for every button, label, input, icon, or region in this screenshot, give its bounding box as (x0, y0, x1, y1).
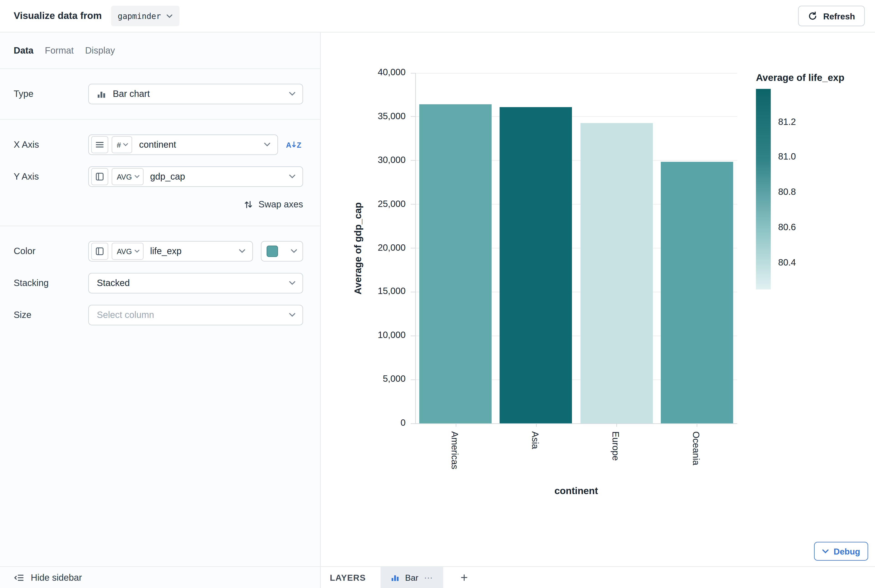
add-layer-button[interactable]: + (460, 571, 468, 584)
x-axis-title: continent (415, 486, 737, 497)
x-axis-column-value: continent (139, 140, 264, 150)
bar-chart-icon (97, 90, 106, 99)
y-tick-mark (411, 379, 415, 380)
chevron-down-icon (291, 249, 297, 254)
chevron-down-icon (289, 281, 296, 286)
bar-chart: 05,00010,00015,00020,00025,00030,00035,0… (321, 33, 875, 567)
svg-text:A: A (286, 141, 291, 149)
y-axis-row: Y Axis AVG gdp_cap (13, 166, 303, 187)
y-tick-label: 10,000 (326, 330, 406, 340)
y-axis-agg-dropdown[interactable]: AVG (112, 168, 143, 185)
layers-bar: LAYERS Bar ⋯ + (321, 567, 875, 588)
refresh-label: Refresh (823, 11, 855, 21)
list-icon (91, 136, 108, 153)
y-tick-mark (411, 204, 415, 205)
color-select[interactable]: AVG life_exp (88, 241, 253, 262)
chevron-down-icon (239, 249, 246, 254)
style-section: Color AVG life_exp (0, 226, 320, 340)
x-axis-row: X Axis # continent (13, 135, 303, 155)
sidebar-collapse-icon (13, 573, 24, 581)
swap-axes-row: Swap axes (13, 198, 303, 211)
x-tick-mark (616, 423, 617, 427)
chevron-down-icon (822, 549, 829, 554)
y-axis-label: Y Axis (13, 172, 88, 182)
axes-section: X Axis # continent (0, 120, 320, 226)
page-title: Visualize data from (13, 10, 102, 22)
legend-tick-label: 81.0 (778, 152, 796, 162)
debug-button[interactable]: Debug (814, 542, 868, 561)
y-tick-label: 0 (326, 418, 406, 428)
x-tick-label: Europe (610, 431, 620, 461)
stacking-select[interactable]: Stacked (88, 273, 303, 294)
more-options-icon[interactable]: ⋯ (424, 572, 433, 582)
tab-bar-layer[interactable]: Bar ⋯ (381, 567, 443, 588)
bar-layer-label: Bar (405, 573, 418, 582)
swap-arrows-icon (244, 200, 253, 209)
color-agg-dropdown[interactable]: AVG (112, 243, 143, 260)
legend-tick-label: 81.2 (778, 117, 796, 127)
app-window: Visualize data from gapminder Refresh Da… (0, 0, 875, 588)
hide-sidebar-button[interactable]: Hide sidebar (0, 567, 321, 588)
y-tick-mark (411, 336, 415, 336)
size-row: Size Select column (13, 305, 303, 326)
bottom-bar: Hide sidebar LAYERS Bar ⋯ + (0, 566, 875, 588)
y-tick-label: 25,000 (326, 199, 406, 209)
y-tick-label: 40,000 (326, 67, 406, 78)
refresh-button[interactable]: Refresh (798, 6, 865, 26)
bar-europe[interactable] (580, 123, 653, 423)
y-axis-select[interactable]: AVG gdp_cap (88, 166, 303, 187)
y-axis-line (415, 73, 416, 423)
y-tick-mark (411, 292, 415, 292)
color-swatch-picker[interactable] (261, 241, 303, 262)
swap-axes-button[interactable]: Swap axes (244, 198, 303, 211)
x-axis-select[interactable]: # continent (88, 135, 278, 155)
x-axis-label: X Axis (13, 140, 88, 150)
chevron-down-icon (264, 142, 271, 147)
legend-tick-label: 80.6 (778, 222, 796, 232)
x-tick-label: Oceania (691, 431, 701, 465)
bar-americas[interactable] (419, 104, 492, 423)
bar-asia[interactable] (500, 107, 572, 423)
y-tick-label: 30,000 (326, 155, 406, 165)
y-tick-mark (411, 117, 415, 117)
legend-tick-label: 80.8 (778, 187, 796, 197)
type-section: Type Bar chart (0, 69, 320, 120)
data-source-selector[interactable]: gapminder (111, 6, 179, 26)
color-label: Color (13, 246, 88, 256)
tab-format[interactable]: Format (45, 45, 74, 56)
type-label: Type (13, 89, 88, 99)
color-swatch (267, 246, 278, 257)
x-tick-mark (455, 423, 456, 427)
debug-label: Debug (833, 546, 860, 556)
chart-area: 05,00010,00015,00020,00025,00030,00035,0… (321, 33, 875, 567)
data-source-name: gapminder (118, 11, 161, 21)
tab-display[interactable]: Display (85, 45, 115, 56)
x-tick-label: Americas (449, 431, 460, 470)
layers-label: LAYERS (330, 573, 366, 582)
x-tick-label: Asia (530, 431, 540, 449)
stacking-value: Stacked (97, 278, 289, 288)
color-column-value: life_exp (150, 246, 239, 256)
column-field-icon (91, 243, 108, 260)
x-axis-type-value: # (117, 140, 121, 149)
color-agg-value: AVG (117, 247, 132, 256)
legend-title: Average of life_exp (756, 72, 845, 84)
type-row: Type Bar chart (13, 84, 303, 104)
gridline (415, 73, 737, 74)
stacking-label: Stacking (13, 278, 88, 288)
sort-az-icon: AZ (286, 140, 303, 150)
chevron-down-icon (166, 14, 172, 18)
x-tick-mark (536, 423, 536, 427)
y-tick-mark (411, 423, 415, 424)
y-tick-mark (411, 73, 415, 74)
svg-text:Z: Z (297, 141, 301, 149)
bar-oceania[interactable] (661, 162, 733, 423)
tab-data[interactable]: Data (13, 45, 33, 56)
y-tick-label: 15,000 (326, 286, 406, 297)
size-select[interactable]: Select column (88, 305, 303, 326)
sort-az-button[interactable]: AZ (286, 140, 303, 150)
y-tick-label: 5,000 (326, 374, 406, 384)
x-axis-type-dropdown[interactable]: # (112, 136, 132, 153)
chart-type-select[interactable]: Bar chart (88, 84, 303, 104)
y-tick-mark (411, 160, 415, 161)
